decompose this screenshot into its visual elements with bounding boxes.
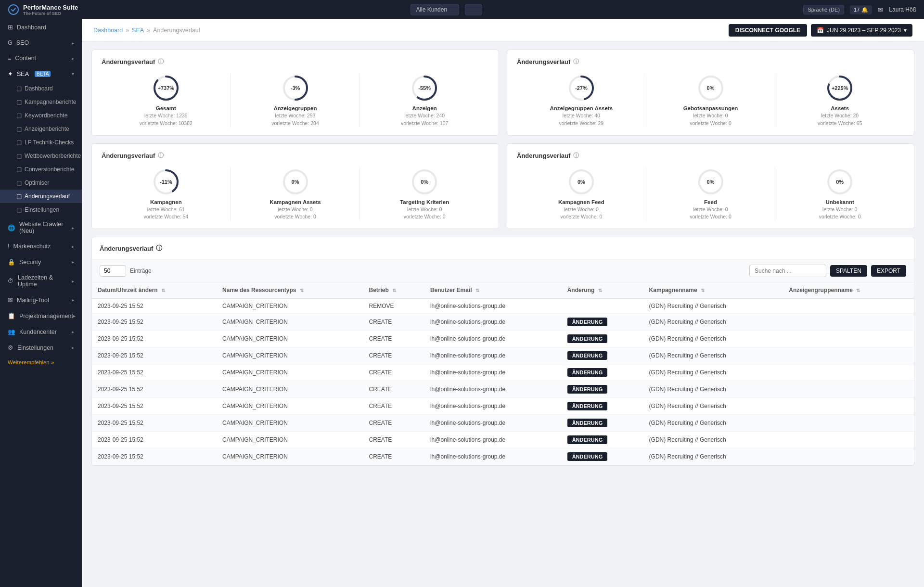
metric-label-f: Feed — [650, 199, 771, 205]
mail-icon[interactable]: ✉ — [878, 6, 883, 13]
metric-circle-a: +225% — [825, 74, 854, 102]
card-top-left: Änderungsverlauf ⓘ +737% Gesamt l — [91, 50, 499, 136]
customer-select[interactable]: Alle Kunden — [411, 4, 459, 15]
anderung-button[interactable]: ÄNDERUNG — [567, 452, 608, 461]
sidebar-item-mailing[interactable]: ✉ Mailing-Tool ▸ — [0, 292, 82, 308]
info-icon-br[interactable]: ⓘ — [573, 152, 579, 160]
sidebar-item-projektmanagement[interactable]: 📋 Projektmanagement ▸ — [0, 308, 82, 324]
table-row: 2023-09-25 15:52 CAMPAIGN_CRITERION CREA… — [92, 448, 914, 465]
cell-name: CAMPAIGN_CRITERION — [217, 314, 363, 331]
sidebar-sub-wettbewerber[interactable]: ◫Wettbewerberberichte — [0, 149, 82, 163]
card-bottom-right: Änderungsverlauf ⓘ 0% Kampagnen Feed let… — [507, 143, 914, 230]
sidebar-sub-conversion[interactable]: ◫Conversionberichte — [0, 163, 82, 176]
sidebar-item-website-crawler[interactable]: 🌐 Website Crawler (Neu) ▸ — [0, 217, 82, 239]
metric-ag-assets: -27% Anzeigegruppen Assets letzte Woche:… — [517, 74, 646, 128]
sort-icon-name: ⇅ — [300, 288, 304, 293]
table-row: 2023-09-25 15:52 CAMPAIGN_CRITERION CREA… — [92, 347, 914, 364]
sidebar-sub-optimiser[interactable]: ◫Optimiser — [0, 176, 82, 190]
top-navigation: PerforMance Suite The Future of SEO Alle… — [0, 0, 924, 19]
bar-icon: ◫ — [16, 85, 22, 92]
col-anderung[interactable]: Änderung ⇅ — [562, 282, 643, 298]
breadcrumb-sea[interactable]: SEA — [132, 27, 144, 34]
chevron-down-date-icon: ▾ — [904, 27, 907, 34]
sidebar-item-sea[interactable]: ✦ SEA BETA ▾ — [0, 66, 82, 82]
metric-kamp-assets: 0% Kampagnen Assets letzte Woche: 0vorle… — [231, 167, 360, 221]
anderung-button[interactable]: ÄNDERUNG — [567, 334, 608, 343]
breadcrumb-dashboard[interactable]: Dashboard — [93, 27, 123, 34]
table-toolbar-right: SPALTEN EXPORT — [749, 265, 906, 277]
sidebar-sub-einstellungen-sea[interactable]: ◫Einstellungen — [0, 203, 82, 217]
metric-circle-t: 0% — [410, 167, 439, 196]
col-datum[interactable]: Datum/Uhrzeit ändern ⇅ — [92, 282, 217, 298]
security-label: Security — [19, 259, 41, 266]
col-email[interactable]: Benutzer Email ⇅ — [424, 282, 562, 298]
col-betrieb[interactable]: Betrieb ⇅ — [363, 282, 424, 298]
sidebar: ⊞ Dashboard G SEO ▸ ≡ Content ▸ ✦ SEA BE… — [0, 19, 82, 587]
table-row: 2023-09-25 15:52 CAMPAIGN_CRITERION CREA… — [92, 432, 914, 448]
metric-sub-kf: letzte Woche: 0vorletzte Woche: 0 — [521, 206, 642, 221]
card-bottom-left-title: Änderungsverlauf ⓘ — [102, 152, 489, 160]
secondary-select[interactable] — [465, 4, 482, 15]
sidebar-sub-sea-dashboard[interactable]: ◫Dashboard — [0, 82, 82, 95]
spalten-button[interactable]: SPALTEN — [830, 265, 867, 277]
metric-label-g: Gebotsanpassungen — [650, 105, 771, 111]
date-range-button[interactable]: 📅 JUN 29 2023 – SEP 29 2023 ▾ — [811, 24, 912, 37]
metric-label-az: Anzeigen — [364, 105, 485, 111]
cell-email: lh@online-solutions-group.de — [424, 381, 562, 398]
anderung-button[interactable]: ÄNDERUNG — [567, 385, 608, 394]
anderung-button[interactable]: ÄNDERUNG — [567, 419, 608, 427]
sidebar-item-content[interactable]: ≡ Content ▸ — [0, 51, 82, 66]
col-kampagne[interactable]: Kampagnenname ⇅ — [643, 282, 783, 298]
sort-icon-anderung: ⇅ — [598, 288, 602, 293]
sidebar-sub-kampagnenberichte[interactable]: ◫Kampagnenberichte — [0, 95, 82, 109]
export-button[interactable]: EXPORT — [871, 265, 906, 277]
anderung-button[interactable]: ÄNDERUNG — [567, 402, 608, 410]
entries-select[interactable]: 10 25 50 100 — [100, 265, 126, 277]
breadcrumb-sep2: » — [147, 27, 150, 34]
cell-betrieb: CREATE — [363, 381, 424, 398]
sidebar-item-markenschutz[interactable]: ! Markenschutz ▸ — [0, 239, 82, 254]
weiterempfehlen-label: Weiterempfehlen » — [8, 359, 54, 365]
table-info-icon[interactable]: ⓘ — [156, 244, 162, 253]
conversion-label: Conversionberichte — [25, 166, 74, 173]
sidebar-sub-keywordberichte[interactable]: ◫Keywordberichte — [0, 109, 82, 122]
anderung-button[interactable]: ÄNDERUNG — [567, 368, 608, 377]
info-icon-tl[interactable]: ⓘ — [158, 58, 164, 66]
info-icon-bl[interactable]: ⓘ — [158, 152, 164, 160]
sidebar-sub-anzeigenberichte[interactable]: ◫Anzeigenberichte — [0, 122, 82, 136]
metric-circle-aga: -27% — [567, 74, 596, 102]
sidebar-item-kundencenter[interactable]: 👥 Kundencenter ▸ — [0, 324, 82, 340]
sidebar-sub-lp-technik[interactable]: ◫LP Technik-Checks — [0, 136, 82, 149]
sidebar-sub-aenderungsverlauf[interactable]: ◫Änderungsverlauf — [0, 190, 82, 203]
disconnect-google-button[interactable]: DISCONNECT GOOGLE — [729, 24, 807, 37]
notifications-badge[interactable]: 17 🔔 — [850, 5, 872, 14]
metric-sub-g: letzte Woche: 0vorletzte Woche: 0 — [650, 112, 771, 128]
metric-circle-ag: -3% — [281, 74, 310, 102]
search-input[interactable] — [749, 265, 826, 277]
chevron-right-icon: ▸ — [72, 40, 74, 46]
anderung-button[interactable]: ÄNDERUNG — [567, 435, 608, 444]
col-anzeigengruppe[interactable]: Anzeigengruppenname ⇅ — [783, 282, 914, 298]
metric-circle-k: -11% — [152, 167, 180, 196]
sidebar-item-einstellungen[interactable]: ⚙ Einstellungen ▸ — [0, 340, 82, 356]
language-selector[interactable]: Sprache (DE) — [803, 5, 844, 14]
sidebar-item-ladezeiten[interactable]: ⏱ Ladezeiten & Uptime ▸ — [0, 270, 82, 292]
lp-icon: ◫ — [16, 139, 22, 146]
sidebar-item-dashboard[interactable]: ⊞ Dashboard — [0, 19, 82, 35]
top-nav-right: Sprache (DE) 17 🔔 ✉ Laura Höß — [803, 5, 916, 14]
brand-name: PerforMance Suite — [23, 4, 78, 11]
table-row: 2023-09-25 15:52 CAMPAIGN_CRITERION CREA… — [92, 415, 914, 432]
sidebar-item-weiterempfehlen[interactable]: Weiterempfehlen » — [0, 356, 82, 369]
cell-name: CAMPAIGN_CRITERION — [217, 364, 363, 381]
col-name[interactable]: Name des Ressourcentyps ⇅ — [217, 282, 363, 298]
svg-point-0 — [9, 5, 18, 14]
sidebar-item-security[interactable]: 🔒 Security ▸ — [0, 254, 82, 270]
metric-targeting: 0% Targeting Kriterien letzte Woche: 0vo… — [360, 167, 489, 221]
sidebar-item-seo[interactable]: G SEO ▸ — [0, 35, 82, 51]
anzeigenberichte-label: Anzeigenberichte — [25, 126, 69, 132]
info-icon-tr[interactable]: ⓘ — [573, 58, 579, 66]
cell-betrieb: CREATE — [363, 448, 424, 465]
app-body: ⊞ Dashboard G SEO ▸ ≡ Content ▸ ✦ SEA BE… — [0, 19, 924, 587]
anderung-button[interactable]: ÄNDERUNG — [567, 318, 608, 326]
anderung-button[interactable]: ÄNDERUNG — [567, 351, 608, 360]
